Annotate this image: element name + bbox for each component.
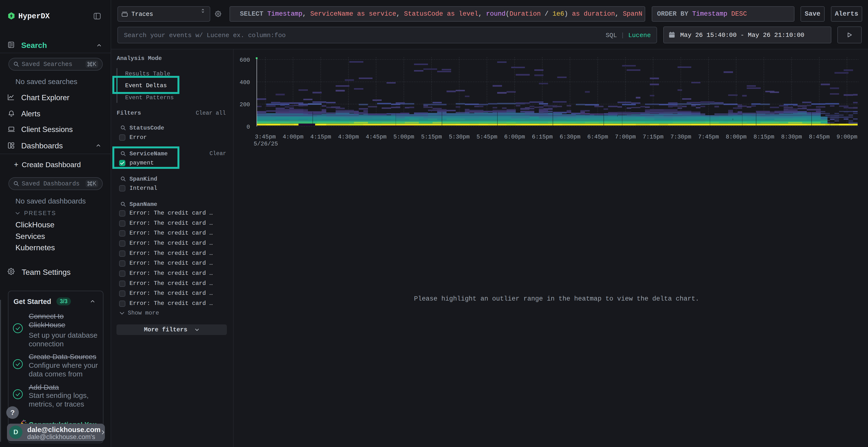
svg-text:7:00pm: 7:00pm bbox=[615, 134, 636, 140]
svg-text:6:00pm: 6:00pm bbox=[504, 134, 525, 140]
svg-text:600: 600 bbox=[240, 57, 250, 63]
svg-text:9:00pm: 9:00pm bbox=[837, 134, 858, 140]
svg-text:4:30pm: 4:30pm bbox=[338, 134, 359, 140]
svg-text:5:30pm: 5:30pm bbox=[449, 134, 469, 140]
svg-text:4:45pm: 4:45pm bbox=[366, 134, 386, 140]
svg-text:7:15pm: 7:15pm bbox=[643, 134, 663, 140]
svg-text:8:30pm: 8:30pm bbox=[781, 134, 802, 140]
svg-text:3:45pm: 3:45pm bbox=[255, 134, 276, 140]
svg-text:6:45pm: 6:45pm bbox=[587, 134, 608, 140]
svg-text:7:45pm: 7:45pm bbox=[698, 134, 719, 140]
svg-text:4:15pm: 4:15pm bbox=[310, 134, 331, 140]
svg-text:5:15pm: 5:15pm bbox=[421, 134, 442, 140]
svg-text:8:15pm: 8:15pm bbox=[753, 134, 774, 140]
svg-text:5:45pm: 5:45pm bbox=[476, 134, 497, 140]
svg-text:4:00pm: 4:00pm bbox=[283, 134, 303, 140]
svg-text:5:00pm: 5:00pm bbox=[394, 134, 414, 140]
svg-text:400: 400 bbox=[240, 79, 250, 86]
svg-text:5/26/25: 5/26/25 bbox=[254, 141, 278, 147]
svg-text:6:30pm: 6:30pm bbox=[560, 134, 580, 140]
svg-text:8:00pm: 8:00pm bbox=[726, 134, 746, 140]
svg-text:6:15pm: 6:15pm bbox=[532, 134, 553, 140]
svg-text:200: 200 bbox=[240, 101, 250, 108]
svg-text:0: 0 bbox=[247, 124, 250, 130]
svg-text:7:30pm: 7:30pm bbox=[670, 134, 691, 140]
svg-text:8:45pm: 8:45pm bbox=[809, 134, 830, 140]
